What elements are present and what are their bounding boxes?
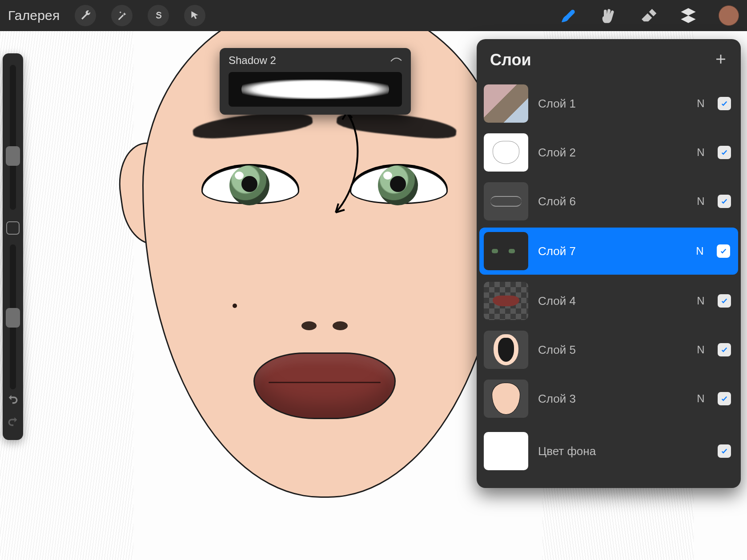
- check-icon: [720, 346, 728, 354]
- modify-button[interactable]: [6, 221, 20, 235]
- check-icon: [720, 100, 728, 108]
- layer-name-label: Слой 6: [538, 195, 684, 208]
- layer-blend-mode[interactable]: N: [694, 344, 708, 356]
- layer-thumbnail: [484, 282, 528, 320]
- layer-thumbnail: [484, 380, 528, 418]
- layers-icon: [679, 7, 697, 24]
- brush-size-slider[interactable]: [10, 65, 16, 210]
- layer-row[interactable]: Слой 5 N: [477, 325, 741, 374]
- layer-thumbnail: [484, 331, 528, 369]
- layer-visibility-checkbox[interactable]: [718, 444, 731, 458]
- layer-visibility-checkbox[interactable]: [717, 244, 730, 258]
- layer-name-label: Слой 2: [538, 146, 684, 160]
- layer-visibility-checkbox[interactable]: [718, 392, 731, 405]
- background-layer-row[interactable]: Цвет фона: [477, 427, 741, 476]
- brush-name-label: Shadow 2: [229, 54, 276, 67]
- cursor-arrow-icon: [189, 10, 201, 21]
- selection-button[interactable]: [148, 5, 169, 26]
- top-toolbar: Галерея: [0, 0, 747, 31]
- redo-button[interactable]: [7, 415, 19, 429]
- add-layer-button[interactable]: [714, 52, 727, 68]
- layer-thumbnail: [484, 232, 528, 270]
- layer-row[interactable]: Слой 3 N: [477, 374, 741, 423]
- actions-button[interactable]: [75, 5, 96, 26]
- brush-preview-popover[interactable]: Shadow 2: [220, 48, 411, 115]
- layer-blend-mode[interactable]: N: [694, 295, 708, 307]
- layer-thumbnail: [484, 133, 528, 172]
- redo-icon: [7, 415, 19, 428]
- layer-blend-mode[interactable]: N: [694, 97, 708, 110]
- layers-panel-title: Слои: [490, 51, 531, 69]
- layers-button[interactable]: [679, 6, 698, 25]
- check-icon: [720, 197, 728, 205]
- check-icon: [719, 247, 727, 255]
- check-icon: [720, 297, 728, 305]
- brush-opacity-knob[interactable]: [6, 308, 20, 328]
- layer-name-label: Слой 7: [538, 244, 683, 258]
- layer-visibility-checkbox[interactable]: [718, 294, 731, 308]
- brush-stroke-icon: [390, 56, 402, 65]
- layer-row[interactable]: Слой 4 N: [477, 276, 741, 325]
- eraser-icon: [639, 7, 657, 24]
- transform-button[interactable]: [184, 5, 205, 26]
- gallery-link[interactable]: Галерея: [8, 8, 60, 23]
- undo-icon: [7, 393, 19, 405]
- layer-name-label: Слой 1: [538, 97, 684, 111]
- layers-panel: Слои Слой 1 N Слой 2 N Слой 6 N Слой 7 N: [477, 39, 741, 488]
- brush-tool[interactable]: [558, 6, 578, 25]
- check-icon: [720, 447, 728, 455]
- layer-thumbnail: [484, 182, 528, 220]
- layer-row[interactable]: Слой 2 N: [477, 128, 741, 177]
- layer-thumbnail: [484, 432, 528, 470]
- layer-blend-mode[interactable]: N: [694, 146, 708, 159]
- brush-size-knob[interactable]: [6, 146, 20, 166]
- paintbrush-icon: [559, 7, 577, 24]
- check-icon: [720, 148, 728, 156]
- smudge-hand-icon: [599, 7, 617, 24]
- plus-icon: [714, 52, 727, 66]
- layer-name-label: Слой 5: [538, 343, 684, 357]
- layer-visibility-checkbox[interactable]: [718, 146, 731, 159]
- eraser-tool[interactable]: [639, 6, 658, 25]
- layer-blend-mode[interactable]: N: [694, 392, 708, 405]
- layer-visibility-checkbox[interactable]: [718, 343, 731, 356]
- layer-name-label: Цвет фона: [538, 444, 684, 458]
- layer-name-label: Слой 3: [538, 392, 684, 406]
- wrench-icon: [80, 10, 91, 21]
- layer-name-label: Слой 4: [538, 294, 684, 308]
- selection-s-icon: [153, 10, 164, 21]
- left-sidebar: [3, 53, 23, 440]
- layer-blend-mode[interactable]: N: [693, 245, 707, 257]
- layer-visibility-checkbox[interactable]: [718, 195, 731, 208]
- brush-stroke-preview: [229, 72, 402, 107]
- magic-wand-icon: [116, 10, 128, 21]
- undo-button[interactable]: [7, 393, 19, 407]
- layer-visibility-checkbox[interactable]: [718, 97, 731, 110]
- layer-thumbnail: [484, 84, 528, 123]
- color-swatch[interactable]: [719, 5, 739, 26]
- layer-row[interactable]: Слой 1 N: [477, 79, 741, 128]
- layer-blend-mode[interactable]: N: [694, 195, 708, 208]
- layer-row[interactable]: Слой 7 N: [479, 228, 738, 275]
- layer-row[interactable]: Слой 6 N: [477, 177, 741, 226]
- adjustments-button[interactable]: [111, 5, 133, 26]
- smudge-tool[interactable]: [598, 6, 618, 25]
- brush-opacity-slider[interactable]: [10, 244, 16, 389]
- check-icon: [720, 395, 728, 403]
